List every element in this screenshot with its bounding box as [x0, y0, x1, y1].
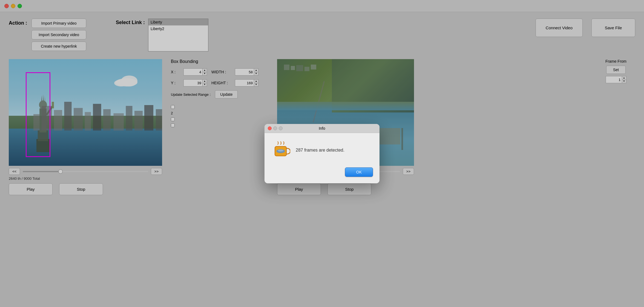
modal-overlay: Info	[0, 0, 644, 307]
modal-titlebar: Info	[264, 124, 380, 133]
modal-body: 287 frames are detected.	[264, 133, 380, 167]
svg-point-28	[278, 149, 284, 151]
modal-dialog: Info	[264, 124, 380, 183]
modal-message: 287 frames are detected.	[296, 148, 344, 153]
ok-button[interactable]: OK	[345, 167, 373, 177]
modal-footer: OK	[264, 167, 380, 183]
modal-title: Info	[319, 126, 325, 131]
modal-close-button[interactable]	[268, 126, 272, 130]
modal-traffic-lights	[268, 126, 283, 130]
modal-maximize-button	[279, 126, 283, 130]
modal-minimize-button	[273, 126, 277, 130]
java-icon	[271, 141, 290, 160]
